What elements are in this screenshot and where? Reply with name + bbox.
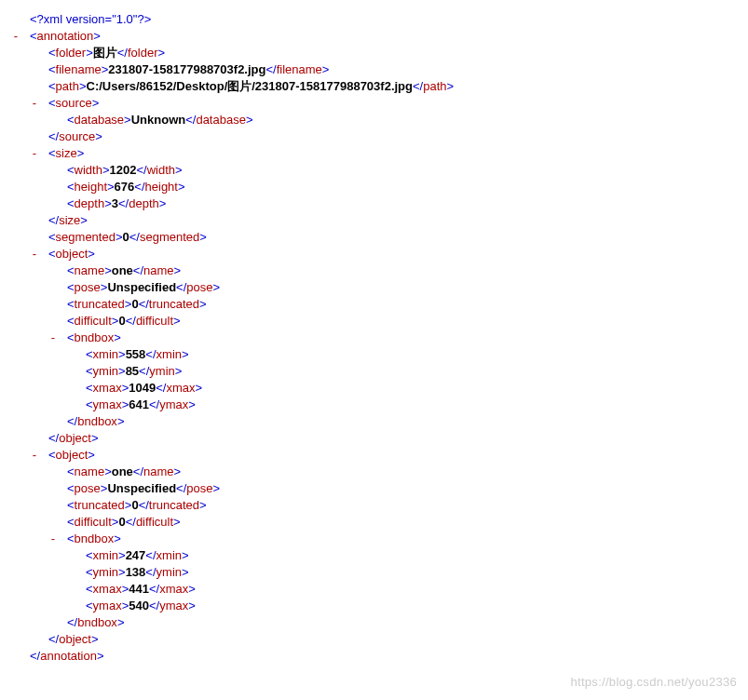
object1-truncated: <truncated>0</truncated> [11, 296, 737, 313]
object2-open[interactable]: -<object> [11, 447, 737, 464]
object2-close: </object> [11, 631, 737, 648]
object1-close: </object> [11, 430, 737, 447]
size-open[interactable]: -<size> [11, 145, 737, 162]
width-line: <width>1202</width> [11, 162, 737, 179]
object2-xmin: <xmin>247</xmin> [11, 547, 737, 564]
folder-line: <folder>图片</folder> [11, 45, 737, 61]
object1-bndbox-open[interactable]: -<bndbox> [11, 330, 737, 346]
source-open[interactable]: -<source> [11, 95, 737, 112]
annotation-open[interactable]: -<annotation> [11, 28, 737, 45]
object1-bndbox-close: </bndbox> [11, 413, 737, 430]
object1-ymax: <ymax>641</ymax> [11, 397, 737, 413]
collapse-icon[interactable]: - [30, 145, 39, 162]
watermark: https://blog.csdn.net/you2336 [570, 674, 737, 691]
object2-ymax: <ymax>540</ymax> [11, 598, 737, 614]
size-close: </size> [11, 212, 737, 229]
object2-name: <name>one</name> [11, 464, 737, 480]
object2-xmax: <xmax>441</xmax> [11, 581, 737, 598]
depth-line: <depth>3</depth> [11, 195, 737, 212]
source-close: </source> [11, 128, 737, 145]
object2-difficult: <difficult>0</difficult> [11, 514, 737, 531]
object1-ymin: <ymin>85</ymin> [11, 363, 737, 380]
xml-pi: <?xml version="1.0"?> [11, 11, 737, 28]
object1-xmin: <xmin>558</xmin> [11, 346, 737, 363]
object1-xmax: <xmax>1049</xmax> [11, 380, 737, 397]
object2-ymin: <ymin>138</ymin> [11, 564, 737, 581]
object1-pose: <pose>Unspecified</pose> [11, 279, 737, 296]
object1-name: <name>one</name> [11, 262, 737, 279]
collapse-icon[interactable]: - [30, 95, 39, 112]
object2-pose: <pose>Unspecified</pose> [11, 480, 737, 497]
object1-difficult: <difficult>0</difficult> [11, 313, 737, 330]
object2-bndbox-close: </bndbox> [11, 614, 737, 631]
collapse-icon[interactable]: - [48, 330, 58, 346]
path-line: <path>C:/Users/86152/Desktop/图片/231807-1… [11, 78, 737, 95]
object1-open[interactable]: -<object> [11, 246, 737, 262]
collapse-icon[interactable]: - [30, 246, 39, 262]
collapse-icon[interactable]: - [11, 28, 20, 45]
object2-truncated: <truncated>0</truncated> [11, 497, 737, 514]
database-line: <database>Unknown</database> [11, 112, 737, 128]
collapse-icon[interactable]: - [30, 447, 39, 464]
segmented-line: <segmented>0</segmented> [11, 229, 737, 246]
height-line: <height>676</height> [11, 179, 737, 195]
annotation-close: </annotation> [11, 648, 737, 665]
collapse-icon[interactable]: - [48, 531, 58, 547]
filename-line: <filename>231807-158177988703f2.jpg</fil… [11, 61, 737, 78]
object2-bndbox-open[interactable]: -<bndbox> [11, 531, 737, 547]
